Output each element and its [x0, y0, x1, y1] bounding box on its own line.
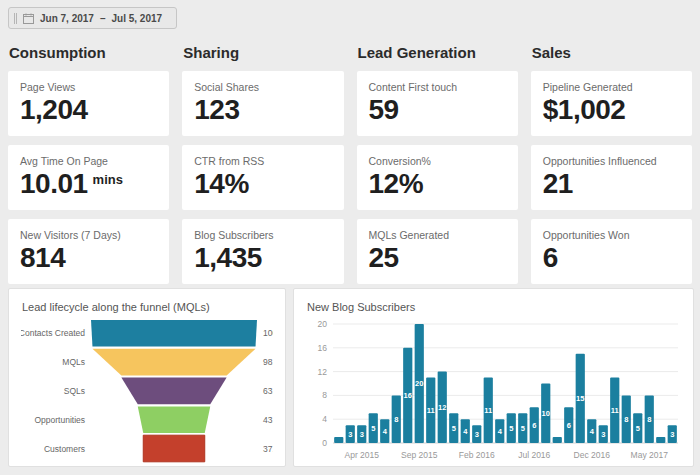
x-tick-label: Apr 2015	[345, 450, 380, 460]
x-tick-label: Jul 2016	[518, 450, 550, 460]
metric-card-ctr-from-rss: CTR from RSS 14%	[182, 145, 343, 210]
bar-value-label: 3	[601, 430, 605, 439]
y-tick-label: 0	[322, 438, 327, 448]
metric-label: Opportunities Influenced	[543, 155, 680, 167]
funnel-percent-label: 43.67%	[263, 415, 273, 425]
funnel-segment	[121, 378, 226, 405]
bar-value-label: 5	[371, 424, 375, 433]
funnel-chart-title: Lead lifecycle along the funnel (MQLs)	[22, 301, 273, 313]
funnel-segment	[138, 406, 210, 433]
y-tick-label: 20	[318, 319, 328, 329]
bar-chart: 0481216203354816201112543114556106154311…	[306, 318, 681, 464]
funnel-segment	[92, 349, 255, 376]
bar	[334, 437, 343, 443]
metric-card-blog-subscribers: Blog Subscribers 1,435	[182, 219, 343, 284]
metric-value: 12%	[369, 168, 424, 199]
bar-value-label: 11	[427, 406, 435, 415]
metric-card-content-first-touch: Content First touch 59	[357, 71, 518, 136]
bar-value-label: 16	[404, 391, 412, 400]
metric-value: 123	[194, 94, 239, 125]
bar-value-label: 6	[567, 421, 571, 430]
y-tick-label: 4	[322, 414, 327, 424]
bar-value-label: 3	[348, 430, 352, 439]
metric-card-social-shares: Social Shares 123	[182, 71, 343, 136]
metric-value: 14%	[194, 168, 249, 199]
column-header-sharing: Sharing	[183, 44, 343, 61]
bar-value-label: 10	[542, 409, 550, 418]
funnel-segment	[143, 435, 204, 462]
x-tick-label: Feb 2016	[459, 450, 495, 460]
metric-value: 21	[543, 168, 573, 199]
metric-card-page-views: Page Views 1,204	[8, 71, 169, 136]
bar-value-label: 12	[438, 403, 446, 412]
metric-label: Blog Subscribers	[194, 229, 331, 241]
y-tick-label: 8	[322, 390, 327, 400]
funnel-stage-label: Customers	[44, 444, 85, 454]
metric-value: 814	[20, 242, 65, 273]
x-tick-label: Dec 2016	[574, 450, 611, 460]
metric-card-avg-time-on-page: Avg Time On Page 10.01mins	[8, 145, 169, 210]
column-header-consumption: Consumption	[9, 44, 169, 61]
metric-column-sales: Sales Pipeline Generated $1,002 Opportun…	[531, 38, 692, 293]
metric-column-consumption: Consumption Page Views 1,204 Avg Time On…	[8, 38, 169, 293]
bar-value-label: 5	[509, 424, 513, 433]
bar-value-label: 5	[636, 424, 640, 433]
bar	[656, 437, 665, 443]
date-range-label: Jun 7, 2017 – Jul 5, 2017	[40, 13, 162, 24]
date-range-start: Jun 7, 2017	[40, 13, 94, 24]
bar-value-label: 3	[475, 430, 479, 439]
calendar-icon	[23, 13, 34, 24]
y-tick-label: 12	[318, 367, 328, 377]
column-header-lead-generation: Lead Generation	[358, 44, 518, 61]
funnel-stage-label: SQLs	[64, 386, 85, 396]
bar	[553, 437, 562, 443]
metric-label: Pipeline Generated	[543, 81, 680, 93]
metrics-grid: Consumption Page Views 1,204 Avg Time On…	[8, 38, 692, 293]
bar-value-label: 11	[611, 406, 619, 415]
funnel-panel: Lead lifecycle along the funnel (MQLs) N…	[8, 288, 286, 467]
date-range-separator: –	[100, 13, 106, 24]
metric-value: 25	[369, 242, 399, 273]
column-header-sales: Sales	[532, 44, 692, 61]
funnel-stage-label: MQLs	[62, 357, 85, 367]
metric-suffix: mins	[93, 172, 123, 187]
metric-column-lead-generation: Lead Generation Content First touch 59 C…	[357, 38, 518, 293]
metric-value: 10.01	[20, 168, 88, 199]
funnel-stage-label: New Contacts Created	[21, 328, 85, 338]
metric-card-conversion-pct: Conversion% 12%	[357, 145, 518, 210]
bar-value-label: 8	[647, 415, 651, 424]
funnel-chart: New Contacts Created100.00%MQLs98.23%SQL…	[21, 318, 273, 464]
bar-value-label: 3	[360, 430, 364, 439]
metric-label: MQLs Generated	[369, 229, 506, 241]
bar-chart-panel: New Blog Subscribers 0481216203354816201…	[293, 288, 694, 467]
metric-card-pipeline-generated: Pipeline Generated $1,002	[531, 71, 692, 136]
bar-value-label: 5	[521, 424, 525, 433]
y-tick-label: 16	[318, 343, 328, 353]
bar-value-label: 8	[624, 415, 628, 424]
bar-chart-title: New Blog Subscribers	[307, 301, 681, 313]
metric-label: New Visitors (7 Days)	[20, 229, 157, 241]
metric-label: Content First touch	[369, 81, 506, 93]
funnel-percent-label: 63.41%	[263, 386, 273, 396]
metric-label: Conversion%	[369, 155, 506, 167]
bar-value-label: 5	[452, 424, 456, 433]
x-tick-label: Sep 2015	[401, 450, 438, 460]
metric-column-sharing: Sharing Social Shares 123 CTR from RSS 1…	[182, 38, 343, 293]
bar-value-label: 3	[670, 430, 674, 439]
metric-label: Social Shares	[194, 81, 331, 93]
metric-value: 1,435	[194, 242, 262, 273]
dashboard-page: Jun 7, 2017 – Jul 5, 2017 Consumption Pa…	[0, 0, 700, 475]
charts-row: Lead lifecycle along the funnel (MQLs) N…	[8, 288, 692, 467]
metric-value: 1,204	[20, 94, 88, 125]
funnel-stage-label: Opportunities	[34, 415, 85, 425]
metric-value: 59	[369, 94, 399, 125]
bar-value-label: 6	[532, 421, 536, 430]
metric-card-mqls-generated: MQLs Generated 25	[357, 219, 518, 284]
metric-label: Page Views	[20, 81, 157, 93]
date-range-picker[interactable]: Jun 7, 2017 – Jul 5, 2017	[8, 7, 177, 29]
date-range-end: Jul 5, 2017	[111, 13, 162, 24]
funnel-percent-label: 100.00%	[263, 328, 273, 338]
funnel-segment	[91, 320, 257, 347]
metric-label: Opportunities Won	[543, 229, 680, 241]
metric-label: CTR from RSS	[194, 155, 331, 167]
